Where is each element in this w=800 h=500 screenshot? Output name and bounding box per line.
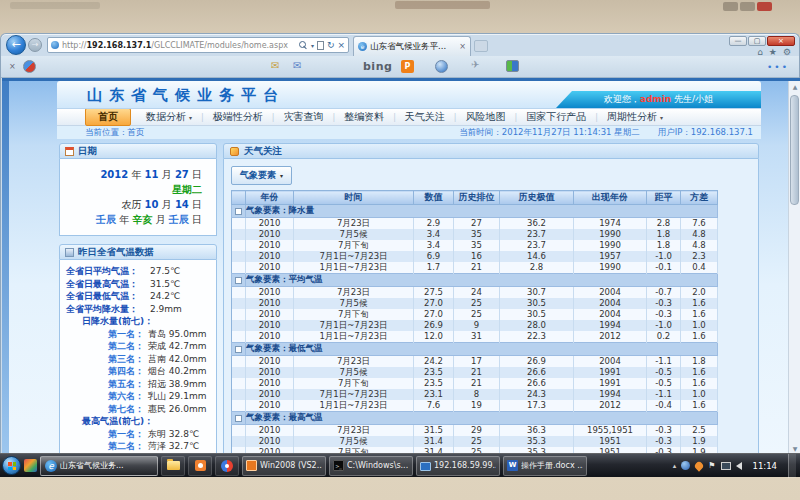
- maximize-icon[interactable]: [740, 2, 755, 11]
- launcher-icon[interactable]: ✈: [471, 59, 479, 70]
- taskbar-app-button[interactable]: [188, 456, 212, 476]
- tab-close-icon[interactable]: ×: [459, 42, 466, 51]
- addon-icon[interactable]: [23, 60, 36, 73]
- vm-window-icon: [246, 460, 257, 471]
- tray-expand-icon[interactable]: ▴: [673, 462, 677, 470]
- group-checkbox[interactable]: [235, 208, 242, 215]
- minimize-icon[interactable]: [723, 2, 738, 11]
- start-button[interactable]: [2, 456, 21, 475]
- browser-navigation-bar: ← → http://192.168.137.1/GLCCLIMATE/modu…: [1, 34, 799, 56]
- browser-tab[interactable]: e 山东省气候业务平... ×: [353, 36, 471, 56]
- scroll-up-icon[interactable]: ▲: [791, 83, 799, 90]
- table-cell: 7月1日~7月23日: [294, 389, 414, 400]
- rank-line: 第一名：青岛 95.0mm: [66, 328, 214, 341]
- table-cell: 1990: [574, 229, 647, 240]
- nav-item-1[interactable]: 数据分析▾: [137, 110, 201, 124]
- mail-icon-2[interactable]: ✉: [293, 60, 301, 71]
- table-cell: 1957: [574, 251, 647, 262]
- row-marker-cell: [232, 262, 246, 274]
- group-checkbox[interactable]: [235, 277, 242, 284]
- taskbar-button-word[interactable]: 操作手册.docx ...: [503, 456, 587, 476]
- nav-item-5[interactable]: 天气关注: [396, 110, 454, 124]
- network-icon[interactable]: [721, 462, 731, 470]
- plugin-icon[interactable]: [506, 60, 519, 72]
- forward-button[interactable]: →: [28, 38, 42, 52]
- close-button[interactable]: ×: [767, 36, 795, 46]
- table-head: 年份时间数值历史排位历史极值出现年份距平方差: [232, 191, 718, 205]
- search-icon[interactable]: [299, 41, 308, 50]
- volume-icon[interactable]: [736, 462, 742, 470]
- compatibility-view-icon[interactable]: [317, 41, 324, 50]
- stop-icon[interactable]: ×: [337, 41, 345, 50]
- search-provider-icon[interactable]: P: [401, 60, 414, 73]
- table-cell: 9: [454, 320, 500, 331]
- nav-item-3[interactable]: 灾害查询: [274, 110, 332, 124]
- table-cell: -0.1: [647, 262, 681, 274]
- vertical-scrollbar[interactable]: ▲ ▼: [788, 81, 800, 454]
- background-window-title: [395, 1, 490, 9]
- tray-security-icon[interactable]: [694, 460, 705, 471]
- scrollbar-thumb[interactable]: [790, 95, 799, 205]
- column-header: 出现年份: [574, 191, 647, 205]
- table-cell: 19: [454, 400, 500, 412]
- table-cell: 29: [454, 425, 500, 437]
- back-button[interactable]: ←: [6, 35, 26, 55]
- table-cell: 3.4: [414, 240, 454, 251]
- globe-icon[interactable]: [435, 60, 448, 73]
- url-text[interactable]: http://192.168.137.1/GLCCLIMATE/modules/…: [62, 41, 296, 50]
- taskbar-media-button[interactable]: [215, 456, 239, 476]
- taskbar-button-cmd[interactable]: C:\Windows\s...: [329, 456, 413, 476]
- table-cell: 24.2: [414, 356, 454, 368]
- toolbar-close-icon[interactable]: ×: [9, 62, 16, 71]
- table-cell: 35: [454, 240, 500, 251]
- show-desktop-button[interactable]: [788, 454, 796, 478]
- taskbar-button-win2008[interactable]: Win2008 (VS2...: [242, 456, 326, 476]
- taskbar-clock[interactable]: 11:14: [747, 461, 784, 471]
- rank-label: 第一名：: [78, 428, 144, 441]
- info-bar: 当前位置：首页 当前时间：2012年11月27日 11:14:31 星期二 用户…: [57, 126, 761, 139]
- bing-logo[interactable]: bing: [363, 60, 392, 73]
- nav-item-8[interactable]: 周期性分析▾: [598, 110, 672, 124]
- taskbar-ie-button[interactable]: e 山东省气候业务...: [40, 456, 158, 476]
- date-panel-title: 日期: [78, 145, 97, 158]
- table-cell: 23.1: [414, 389, 454, 400]
- taskbar-explorer-button[interactable]: [161, 456, 185, 476]
- table-cell: 1月1日~7月23日: [294, 400, 414, 412]
- nav-item-2[interactable]: 极端性分析: [204, 110, 272, 124]
- table-row: 20101月1日~7月23日12.03122.320120.21.6: [232, 331, 718, 343]
- rank-value: 莒南 42.0mm: [148, 354, 206, 364]
- group-checkbox[interactable]: [235, 415, 242, 422]
- maximize-button[interactable]: ▢: [748, 36, 766, 46]
- more-options-icon[interactable]: •••: [767, 62, 789, 72]
- table-cell: 1990: [574, 262, 647, 274]
- group-checkbox[interactable]: [235, 346, 242, 353]
- gregorian-date: 2012 年 11 月 27 日: [66, 167, 202, 182]
- tray-network-app-icon[interactable]: [681, 461, 690, 470]
- row-marker-cell: [232, 378, 246, 389]
- nav-item-6[interactable]: 风险地图: [457, 110, 515, 124]
- new-tab-button[interactable]: [474, 40, 488, 52]
- element-filter-button[interactable]: 气象要素 ▾: [231, 166, 292, 185]
- table-cell: -0.3: [647, 298, 681, 309]
- table-row: 20107月1日~7月23日23.1824.31994-1.11.0: [232, 389, 718, 400]
- table-cell: 1991: [574, 367, 647, 378]
- rank-value: 惠民 26.0mm: [148, 404, 206, 414]
- refresh-icon[interactable]: ↻: [327, 41, 335, 50]
- action-center-flag-icon[interactable]: ⚑: [708, 461, 715, 470]
- table-cell: 36.3: [500, 425, 574, 437]
- table-cell: -0.7: [647, 287, 681, 299]
- table-cell: -0.3: [647, 436, 681, 447]
- pinned-app-icon[interactable]: [24, 459, 37, 472]
- address-bar[interactable]: http://192.168.137.1/GLCCLIMATE/modules/…: [47, 37, 349, 53]
- close-icon[interactable]: [757, 2, 772, 11]
- nav-item-4[interactable]: 整编资料: [335, 110, 393, 124]
- nav-item-0[interactable]: 首页: [85, 108, 131, 126]
- taskbar-button-rdp[interactable]: 192.168.59.99...: [416, 456, 500, 476]
- chevron-down-icon[interactable]: ▾: [311, 42, 314, 49]
- scroll-down-icon[interactable]: ▼: [791, 445, 799, 452]
- table-row: 20107月23日31.52936.31955,1951-0.32.5: [232, 425, 718, 437]
- media-player-icon: [221, 460, 233, 472]
- nav-item-7[interactable]: 国家下行产品: [517, 110, 595, 124]
- minimize-button[interactable]: —: [729, 36, 747, 46]
- mail-icon[interactable]: ✉: [271, 60, 279, 71]
